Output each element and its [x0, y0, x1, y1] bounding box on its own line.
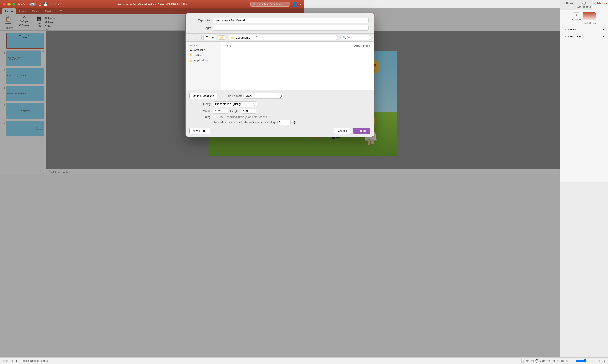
- undo-icon[interactable]: ↩: [49, 2, 53, 7]
- export-as-field: Export As:: [191, 18, 304, 23]
- title-bar: AutoSave OFF ⌂ 💾 ↩ ↪ ▾ Welcome to 2nd Gr…: [0, 0, 304, 8]
- width-input[interactable]: [213, 109, 229, 114]
- quality-row: Quality: Presentation Quality Internet Q…: [189, 101, 304, 107]
- height-label: Height:: [230, 109, 239, 113]
- search-icon: 🔍: [253, 3, 256, 6]
- autosave-toggle[interactable]: OFF: [29, 3, 36, 6]
- redo-icon[interactable]: ↪: [53, 2, 56, 7]
- search-bar[interactable]: 🔍 Search in Presentation: [250, 2, 290, 7]
- folder-icon: 📁: [189, 54, 193, 57]
- owncloud-label: ownCloud: [193, 49, 205, 52]
- window-title: Welcome to 2nd Grade! — Last Saved 4/25/…: [117, 3, 187, 6]
- file-header: Name Date...odified ▾: [223, 43, 304, 49]
- grid-view-button[interactable]: ⊞: [210, 35, 216, 40]
- format-row: File Format: MOV MP4 AVI ⬡: [220, 93, 283, 99]
- favorites-label: Favorites: [188, 43, 219, 47]
- sidebar-5idb[interactable]: 📁 5-iDB: [188, 53, 219, 58]
- list-view-button[interactable]: ☰: [204, 35, 210, 40]
- file-format-wrapper: MOV MP4 AVI ⬡: [244, 93, 283, 99]
- sidebar-owncloud[interactable]: ☁ ownCloud: [188, 48, 219, 52]
- location-arrow[interactable]: ⌄: [252, 36, 254, 39]
- tags-input[interactable]: [213, 25, 304, 31]
- location-expand[interactable]: ⌃: [255, 36, 258, 39]
- file-list: [223, 49, 304, 79]
- view-buttons: ☰ ⊞: [203, 35, 216, 40]
- export-as-input[interactable]: [213, 18, 304, 23]
- dialog-actions: New Folder Cancel Export: [189, 128, 304, 134]
- quality-select[interactable]: Presentation Quality Internet Quality Lo…: [213, 101, 257, 107]
- export-as-label: Export As:: [191, 19, 211, 22]
- dialog-toolbar: ‹ › ☰ ⊞ 📁 📁 Documents ⌄ ⌃ 🔍 Search: [186, 33, 304, 42]
- dialog-bottom: Online Locations File Format: MOV MP4 AV…: [186, 90, 304, 137]
- back-button[interactable]: ‹: [189, 35, 194, 40]
- user-icon[interactable]: 👤: [292, 1, 298, 7]
- empty-file-area: [223, 49, 304, 79]
- forward-button[interactable]: ›: [196, 35, 202, 40]
- dims-row: Width: Height:: [189, 109, 304, 114]
- 5idb-label: 5-iDB: [194, 54, 201, 57]
- dialog-overlay: Export As: Tags: ‹ › ☰ ⊞ 📁 📁 Documents ⌄: [0, 8, 304, 182]
- traffic-lights: [3, 3, 15, 6]
- autosave-label: AutoSave: [18, 3, 28, 5]
- search-placeholder: Search in Presentation: [257, 3, 284, 6]
- dialog-body: Favorites ☁ ownCloud 📁 5-iDB 📐 Applicati…: [186, 42, 304, 90]
- dialog-top: Export As: Tags:: [186, 13, 304, 33]
- autosave-area: AutoSave OFF: [18, 3, 36, 6]
- dialog-path: 📁 Documents ⌄ ⌃: [229, 35, 304, 40]
- seconds-stepper[interactable]: ▲ ▼: [293, 120, 296, 125]
- seconds-input[interactable]: [277, 120, 291, 125]
- online-locations-button[interactable]: Online Locations: [189, 93, 217, 99]
- sidebar-applications[interactable]: 📐 Applications: [188, 58, 219, 63]
- tags-field: Tags:: [191, 25, 304, 31]
- online-locations-row: Online Locations File Format: MOV MP4 AV…: [189, 93, 304, 99]
- tags-label: Tags:: [191, 26, 211, 30]
- file-format-label: File Format:: [220, 94, 242, 98]
- applications-icon: 📐: [189, 59, 193, 62]
- location-button[interactable]: 📁: [218, 35, 225, 40]
- dialog-sidebar: Favorites ☁ ownCloud 📁 5-iDB 📐 Applicati…: [186, 42, 221, 90]
- use-recorded-checkbox[interactable]: [213, 116, 216, 118]
- seconds-row: Seconds spent on each slide without a se…: [189, 120, 304, 125]
- file-format-select[interactable]: MOV MP4 AVI: [244, 93, 283, 99]
- quality-wrapper: Presentation Quality Internet Quality Lo…: [213, 101, 257, 107]
- maximize-button[interactable]: [12, 3, 15, 6]
- timing-label: Timing:: [189, 115, 211, 119]
- stepper-up[interactable]: ▲: [293, 120, 296, 123]
- stepper-down[interactable]: ▼: [293, 123, 296, 125]
- height-input[interactable]: [241, 109, 256, 114]
- seconds-label: Seconds spent on each slide without a se…: [213, 121, 276, 124]
- owncloud-icon: ☁: [189, 49, 192, 52]
- applications-label: Applications: [194, 59, 208, 62]
- dialog-main: Name Date...odified ▾: [221, 42, 304, 90]
- home-icon[interactable]: ⌂: [39, 1, 41, 7]
- quality-label: Quality:: [189, 102, 211, 106]
- minimize-button[interactable]: [7, 3, 11, 6]
- new-folder-button[interactable]: New Folder: [189, 128, 211, 134]
- save-icon[interactable]: 💾: [43, 2, 48, 7]
- user-menu-arrow[interactable]: ▾: [300, 2, 301, 6]
- close-button[interactable]: [3, 3, 6, 6]
- export-dialog: Export As: Tags: ‹ › ☰ ⊞ 📁 📁 Documents ⌄: [186, 13, 304, 137]
- timing-row: Timing: Use Recorded Timings and Narrati…: [189, 115, 304, 119]
- use-recorded-label: Use Recorded Timings and Narrations: [219, 115, 267, 119]
- customize-icon[interactable]: ▾: [58, 2, 60, 7]
- name-column-header: Name: [225, 44, 231, 47]
- width-label: Width:: [189, 109, 211, 113]
- folder-icon: 📁: [231, 36, 234, 39]
- location-label: Documents: [236, 36, 250, 39]
